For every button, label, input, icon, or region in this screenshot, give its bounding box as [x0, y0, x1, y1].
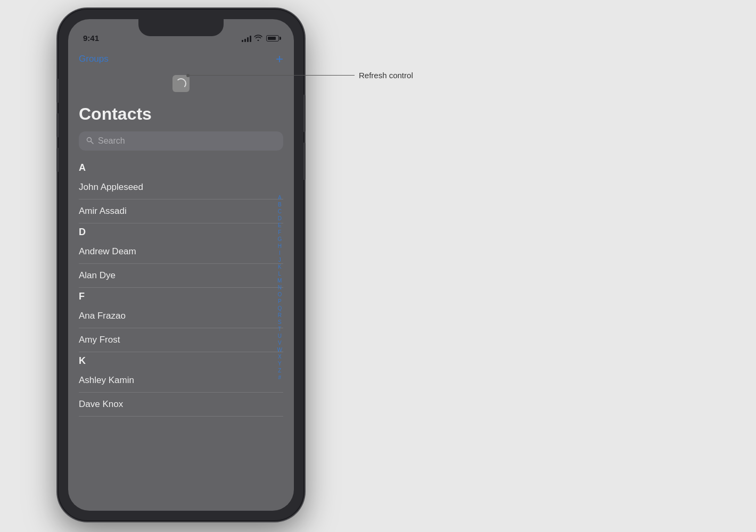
- contact-name: Ashley Kamin: [79, 375, 134, 385]
- battery-icon: [266, 35, 279, 41]
- alpha-letter[interactable]: X: [278, 354, 282, 360]
- alpha-letter[interactable]: O: [277, 292, 282, 298]
- alpha-letter[interactable]: E: [278, 222, 282, 229]
- status-icons: [242, 34, 279, 43]
- alpha-letter[interactable]: Q: [277, 305, 282, 312]
- alpha-letter[interactable]: I: [279, 250, 281, 256]
- annotation-label: Refresh control: [359, 71, 413, 80]
- alpha-letter[interactable]: D: [278, 215, 282, 222]
- add-contact-button[interactable]: +: [276, 53, 283, 65]
- phone-frame: 9:41: [59, 10, 303, 520]
- alpha-letter[interactable]: W: [277, 347, 282, 353]
- alpha-letter[interactable]: P: [278, 298, 282, 305]
- contacts-list: A John Appleseed Amir Assadi D Andrew De…: [79, 159, 283, 417]
- alpha-letter[interactable]: B: [278, 202, 282, 208]
- alpha-letter[interactable]: Z: [278, 368, 281, 374]
- contact-name: Ana Frazao: [79, 311, 126, 321]
- alpha-letter[interactable]: A: [278, 195, 282, 201]
- section-header-f: F: [79, 288, 283, 304]
- contact-name: Alan Dye: [79, 270, 116, 280]
- alpha-letter[interactable]: K: [278, 264, 282, 270]
- alpha-letter[interactable]: #: [278, 375, 281, 381]
- list-item[interactable]: Alan Dye: [79, 264, 283, 288]
- search-placeholder: Search: [98, 136, 125, 146]
- contact-name: Amy Frost: [79, 335, 120, 345]
- alpha-letter[interactable]: C: [278, 209, 282, 215]
- notch: [138, 19, 224, 36]
- alpha-letter[interactable]: R: [278, 312, 282, 319]
- section-header-k: K: [79, 352, 283, 369]
- alpha-letter[interactable]: S: [278, 319, 282, 326]
- alpha-letter[interactable]: V: [278, 340, 282, 346]
- contact-name: Dave Knox: [79, 399, 123, 409]
- alpha-letter[interactable]: H: [278, 243, 282, 250]
- svg-line-1: [91, 141, 94, 144]
- contact-name: John Appleseed: [79, 182, 143, 192]
- section-header-a: A: [79, 159, 283, 176]
- alpha-letter[interactable]: M: [277, 278, 282, 284]
- wifi-icon: [254, 34, 262, 43]
- content-area: Contacts Search A Jo: [68, 99, 294, 511]
- search-bar[interactable]: Search: [79, 131, 283, 151]
- alpha-letter[interactable]: N: [278, 285, 282, 291]
- list-item[interactable]: Ashley Kamin: [79, 369, 283, 393]
- contact-name: Andrew Deam: [79, 246, 136, 256]
- list-item[interactable]: Amy Frost: [79, 328, 283, 352]
- phone-screen: 9:41: [68, 19, 294, 511]
- alpha-letter[interactable]: J: [278, 257, 281, 263]
- alpha-index[interactable]: ABCDEFGHIJKLMNOPQRSTUVWXYZ#: [277, 159, 282, 417]
- annotation-line: [190, 75, 355, 76]
- list-item[interactable]: John Appleseed: [79, 176, 283, 200]
- spinner-icon: [176, 78, 186, 89]
- list-item[interactable]: Ana Frazao: [79, 304, 283, 328]
- list-item[interactable]: Amir Assadi: [79, 200, 283, 223]
- contact-name: Amir Assadi: [79, 206, 127, 216]
- signal-bars-icon: [242, 35, 251, 42]
- status-time: 9:41: [83, 34, 99, 43]
- alpha-letter[interactable]: F: [278, 229, 281, 236]
- list-item[interactable]: Andrew Deam: [79, 240, 283, 264]
- page-title: Contacts: [79, 104, 283, 124]
- scene: 9:41: [0, 0, 756, 532]
- nav-bar: Groups +: [68, 46, 294, 72]
- alpha-letter[interactable]: L: [278, 271, 281, 277]
- annotation: Refresh control: [186, 71, 413, 80]
- alpha-letter[interactable]: U: [278, 333, 282, 339]
- alpha-letter[interactable]: Y: [278, 361, 282, 367]
- search-icon: [86, 137, 94, 146]
- alpha-letter[interactable]: T: [278, 326, 281, 332]
- alpha-letter[interactable]: G: [277, 236, 282, 243]
- section-header-d: D: [79, 223, 283, 240]
- groups-button[interactable]: Groups: [79, 54, 109, 64]
- list-item[interactable]: Dave Knox: [79, 393, 283, 417]
